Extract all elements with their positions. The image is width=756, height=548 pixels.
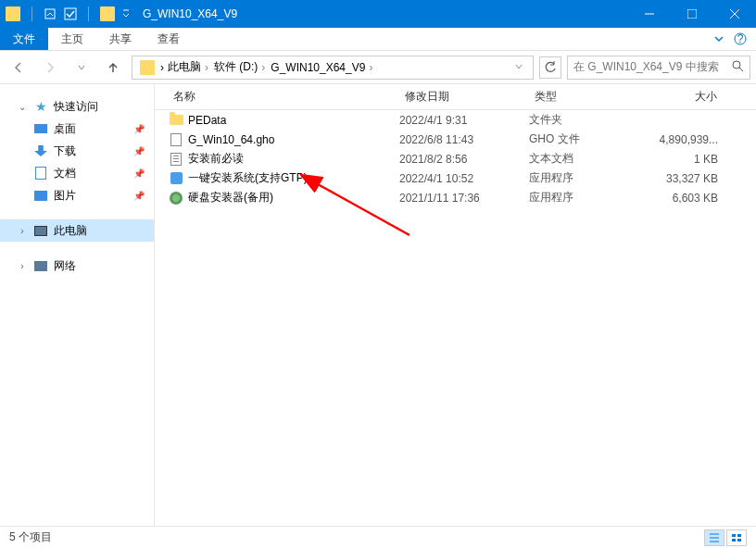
folder-icon — [140, 60, 155, 75]
close-button[interactable] — [713, 0, 756, 28]
checkbox-icon[interactable] — [64, 7, 77, 20]
svg-rect-10 — [732, 539, 736, 542]
nav-quick-access[interactable]: ⌄ ★ 快速访问 — [0, 95, 154, 118]
document-icon — [35, 167, 46, 180]
details-view-button[interactable] — [704, 529, 724, 546]
col-type[interactable]: 类型 — [529, 89, 631, 105]
chevron-down-icon[interactable]: ⌄ — [17, 102, 28, 112]
crumb-pc[interactable]: 此电脑› — [166, 59, 210, 75]
download-icon — [34, 145, 47, 156]
qat-dropdown-icon[interactable] — [122, 7, 130, 20]
title-bar: G_WIN10_X64_V9 — [0, 0, 756, 28]
svg-rect-0 — [45, 9, 55, 19]
desktop-icon — [34, 124, 47, 133]
quick-access-toolbar — [0, 6, 135, 21]
file-list[interactable]: PEData2022/4/1 9:31文件夹 G_Win10_64.gho202… — [155, 110, 756, 526]
icons-view-button[interactable] — [726, 529, 747, 546]
text-file-icon — [170, 153, 182, 166]
help-icon[interactable]: ? — [734, 32, 747, 45]
recent-dropdown-icon[interactable] — [69, 56, 94, 79]
window-title: G_WIN10_X64_V9 — [143, 7, 237, 20]
network-icon — [34, 261, 47, 271]
forward-button[interactable] — [37, 56, 63, 79]
app-icon[interactable] — [6, 6, 20, 21]
folder-icon — [100, 6, 115, 21]
search-icon[interactable] — [732, 60, 744, 75]
file-row[interactable]: G_Win10_64.gho2022/6/8 11:43GHO 文件4,890,… — [168, 130, 756, 149]
maximize-button[interactable] — [671, 0, 713, 28]
crumb-drive[interactable]: 软件 (D:)› — [212, 59, 267, 75]
ribbon: 文件 主页 共享 查看 ? — [0, 28, 756, 51]
breadcrumb-box[interactable]: › 此电脑› 软件 (D:)› G_WIN10_X64_V9› — [132, 56, 534, 80]
nav-network[interactable]: ›网络 — [0, 255, 154, 277]
svg-rect-2 — [687, 9, 697, 19]
svg-rect-1 — [65, 8, 76, 19]
pin-icon: 📌 — [133, 191, 145, 201]
chevron-right-icon[interactable]: › — [17, 226, 28, 236]
properties-icon[interactable] — [44, 7, 57, 20]
nav-downloads[interactable]: 下载📌 — [0, 140, 154, 162]
minimize-button[interactable] — [628, 0, 671, 28]
file-row[interactable]: 安装前必读2021/8/2 8:56文本文档1 KB — [168, 149, 756, 168]
col-size[interactable]: 大小 — [631, 89, 724, 105]
search-input[interactable]: 在 G_WIN10_X64_V9 中搜索 — [567, 56, 750, 80]
refresh-button[interactable] — [539, 56, 561, 79]
up-button[interactable] — [100, 56, 126, 79]
address-dropdown-icon[interactable] — [509, 61, 529, 74]
svg-rect-8 — [732, 534, 736, 537]
svg-text:?: ? — [737, 32, 744, 45]
navigation-pane: ⌄ ★ 快速访问 桌面📌 下载📌 文档📌 图片📌 ›此电脑 ›网络 — [0, 84, 155, 526]
folder-icon — [170, 115, 183, 125]
file-row[interactable]: 一键安装系统(支持GTP)2022/4/1 10:52应用程序33,327 KB — [168, 168, 756, 188]
crumb-folder[interactable]: G_WIN10_X64_V9› — [269, 61, 374, 74]
nav-pictures[interactable]: 图片📌 — [0, 184, 154, 206]
picture-icon — [34, 191, 47, 201]
file-row[interactable]: PEData2022/4/1 9:31文件夹 — [168, 110, 756, 130]
column-headers: 名称 修改日期 类型 大小 — [155, 84, 756, 110]
search-placeholder: 在 G_WIN10_X64_V9 中搜索 — [573, 59, 719, 75]
file-row[interactable]: 硬盘安装器(备用)2021/1/11 17:36应用程序6,603 KB — [168, 188, 756, 207]
tab-file[interactable]: 文件 — [0, 28, 48, 50]
back-button[interactable] — [6, 56, 32, 79]
pc-icon — [34, 226, 47, 236]
tab-view[interactable]: 查看 — [145, 28, 193, 50]
star-icon: ★ — [33, 99, 48, 114]
nav-documents[interactable]: 文档📌 — [0, 162, 154, 184]
col-name[interactable]: 名称 — [168, 89, 399, 105]
svg-point-5 — [733, 61, 740, 68]
pin-icon: 📌 — [133, 124, 145, 134]
svg-rect-11 — [737, 539, 741, 542]
pin-icon: 📌 — [133, 168, 145, 179]
nav-desktop[interactable]: 桌面📌 — [0, 118, 154, 140]
address-bar: › 此电脑› 软件 (D:)› G_WIN10_X64_V9› 在 G_WIN1… — [0, 51, 756, 84]
nav-this-pc[interactable]: ›此电脑 — [0, 219, 154, 242]
tab-share[interactable]: 共享 — [96, 28, 145, 50]
item-count: 5 个项目 — [9, 529, 52, 545]
file-list-pane: 名称 修改日期 类型 大小 PEData2022/4/1 9:31文件夹 G_W… — [155, 84, 756, 526]
chevron-right-icon[interactable]: › — [160, 61, 164, 74]
disk-icon — [170, 192, 183, 205]
chevron-right-icon[interactable]: › — [17, 261, 28, 271]
expand-ribbon-icon[interactable] — [713, 33, 724, 44]
tab-home[interactable]: 主页 — [48, 28, 96, 50]
app-icon — [170, 172, 183, 184]
file-icon — [170, 133, 182, 146]
pin-icon: 📌 — [133, 146, 145, 156]
col-date[interactable]: 修改日期 — [399, 89, 529, 105]
status-bar: 5 个项目 — [0, 526, 756, 548]
svg-rect-9 — [737, 534, 741, 537]
